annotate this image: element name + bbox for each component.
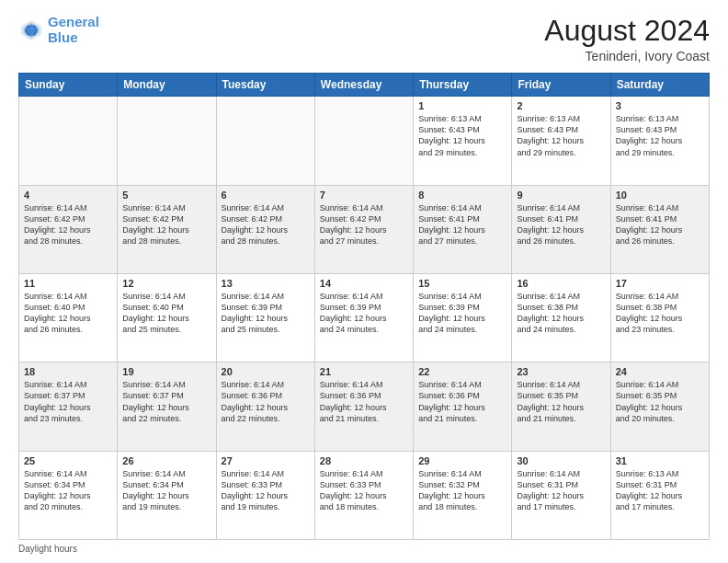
day-info: Sunrise: 6:14 AM Sunset: 6:37 PM Dayligh… (122, 379, 210, 424)
day-info: Sunrise: 6:13 AM Sunset: 6:43 PM Dayligh… (517, 113, 605, 158)
day-number: 6 (222, 190, 310, 201)
calendar-cell: 18Sunrise: 6:14 AM Sunset: 6:37 PM Dayli… (19, 362, 118, 451)
calendar-week-4: 18Sunrise: 6:14 AM Sunset: 6:37 PM Dayli… (19, 362, 710, 451)
calendar-cell: 25Sunrise: 6:14 AM Sunset: 6:34 PM Dayli… (19, 451, 118, 539)
calendar-cell: 12Sunrise: 6:14 AM Sunset: 6:40 PM Dayli… (118, 273, 216, 362)
header-day-sunday: Sunday (19, 74, 118, 97)
calendar-week-3: 11Sunrise: 6:14 AM Sunset: 6:40 PM Dayli… (19, 273, 710, 362)
calendar-cell: 10Sunrise: 6:14 AM Sunset: 6:41 PM Dayli… (610, 185, 709, 273)
day-info: Sunrise: 6:14 AM Sunset: 6:42 PM Dayligh… (122, 202, 210, 247)
day-info: Sunrise: 6:14 AM Sunset: 6:35 PM Dayligh… (616, 379, 704, 424)
day-number: 15 (418, 278, 506, 289)
calendar-cell: 13Sunrise: 6:14 AM Sunset: 6:39 PM Dayli… (216, 273, 314, 362)
day-info: Sunrise: 6:14 AM Sunset: 6:42 PM Dayligh… (222, 202, 310, 247)
day-number: 9 (517, 190, 605, 201)
header-day-tuesday: Tuesday (216, 74, 314, 97)
day-number: 3 (616, 100, 704, 111)
day-number: 19 (122, 366, 210, 377)
page: General Blue August 2024 Teninderi, Ivor… (0, 0, 728, 563)
day-info: Sunrise: 6:13 AM Sunset: 6:43 PM Dayligh… (616, 113, 704, 158)
day-number: 20 (222, 366, 310, 377)
calendar-cell: 20Sunrise: 6:14 AM Sunset: 6:36 PM Dayli… (216, 362, 314, 451)
calendar-cell: 15Sunrise: 6:14 AM Sunset: 6:39 PM Dayli… (414, 273, 512, 362)
calendar-header-row: SundayMondayTuesdayWednesdayThursdayFrid… (19, 74, 710, 97)
day-number: 1 (418, 100, 506, 111)
day-number: 10 (616, 190, 704, 201)
day-number: 7 (320, 190, 408, 201)
day-info: Sunrise: 6:14 AM Sunset: 6:42 PM Dayligh… (24, 202, 112, 247)
header-day-wednesday: Wednesday (314, 74, 413, 97)
calendar-cell: 8Sunrise: 6:14 AM Sunset: 6:41 PM Daylig… (414, 185, 512, 273)
calendar-cell: 28Sunrise: 6:14 AM Sunset: 6:33 PM Dayli… (314, 451, 413, 539)
calendar-cell (314, 97, 413, 185)
logo: General Blue (18, 15, 99, 45)
day-number: 18 (24, 366, 112, 377)
day-info: Sunrise: 6:14 AM Sunset: 6:39 PM Dayligh… (320, 291, 408, 336)
calendar-cell: 29Sunrise: 6:14 AM Sunset: 6:32 PM Dayli… (414, 451, 512, 539)
logo-text: General Blue (48, 15, 99, 45)
calendar-cell: 9Sunrise: 6:14 AM Sunset: 6:41 PM Daylig… (512, 185, 610, 273)
day-info: Sunrise: 6:14 AM Sunset: 6:41 PM Dayligh… (616, 202, 704, 247)
logo-blue: Blue (48, 29, 78, 45)
footer-note: Daylight hours (18, 544, 710, 554)
day-number: 12 (122, 278, 210, 289)
calendar-cell: 7Sunrise: 6:14 AM Sunset: 6:42 PM Daylig… (314, 185, 413, 273)
day-info: Sunrise: 6:14 AM Sunset: 6:34 PM Dayligh… (122, 468, 210, 513)
header: General Blue August 2024 Teninderi, Ivor… (18, 15, 710, 63)
title-block: August 2024 Teninderi, Ivory Coast (544, 15, 710, 63)
day-info: Sunrise: 6:14 AM Sunset: 6:36 PM Dayligh… (418, 379, 506, 424)
calendar-cell (118, 97, 216, 185)
day-info: Sunrise: 6:14 AM Sunset: 6:42 PM Dayligh… (320, 202, 408, 247)
day-number: 4 (24, 190, 112, 201)
day-info: Sunrise: 6:14 AM Sunset: 6:36 PM Dayligh… (222, 379, 310, 424)
day-number: 29 (418, 455, 506, 466)
day-info: Sunrise: 6:14 AM Sunset: 6:31 PM Dayligh… (517, 468, 605, 513)
calendar-cell: 21Sunrise: 6:14 AM Sunset: 6:36 PM Dayli… (314, 362, 413, 451)
calendar-cell: 16Sunrise: 6:14 AM Sunset: 6:38 PM Dayli… (512, 273, 610, 362)
day-number: 23 (517, 366, 605, 377)
day-info: Sunrise: 6:14 AM Sunset: 6:38 PM Dayligh… (517, 291, 605, 336)
calendar-cell: 19Sunrise: 6:14 AM Sunset: 6:37 PM Dayli… (118, 362, 216, 451)
day-number: 16 (517, 278, 605, 289)
day-info: Sunrise: 6:13 AM Sunset: 6:43 PM Dayligh… (418, 113, 506, 158)
calendar-cell: 4Sunrise: 6:14 AM Sunset: 6:42 PM Daylig… (19, 185, 118, 273)
day-info: Sunrise: 6:14 AM Sunset: 6:37 PM Dayligh… (24, 379, 112, 424)
day-info: Sunrise: 6:14 AM Sunset: 6:39 PM Dayligh… (418, 291, 506, 336)
header-day-friday: Friday (512, 74, 610, 97)
calendar-cell: 2Sunrise: 6:13 AM Sunset: 6:43 PM Daylig… (512, 97, 610, 185)
day-info: Sunrise: 6:14 AM Sunset: 6:41 PM Dayligh… (418, 202, 506, 247)
day-number: 21 (320, 366, 408, 377)
day-info: Sunrise: 6:14 AM Sunset: 6:35 PM Dayligh… (517, 379, 605, 424)
calendar-cell: 14Sunrise: 6:14 AM Sunset: 6:39 PM Dayli… (314, 273, 413, 362)
calendar-cell: 23Sunrise: 6:14 AM Sunset: 6:35 PM Dayli… (512, 362, 610, 451)
day-info: Sunrise: 6:14 AM Sunset: 6:33 PM Dayligh… (222, 468, 310, 513)
day-number: 13 (222, 278, 310, 289)
subtitle: Teninderi, Ivory Coast (544, 49, 710, 63)
day-info: Sunrise: 6:14 AM Sunset: 6:33 PM Dayligh… (320, 468, 408, 513)
calendar-table: SundayMondayTuesdayWednesdayThursdayFrid… (18, 73, 710, 540)
day-number: 26 (122, 455, 210, 466)
day-number: 25 (24, 455, 112, 466)
calendar-cell: 17Sunrise: 6:14 AM Sunset: 6:38 PM Dayli… (610, 273, 709, 362)
calendar-cell: 5Sunrise: 6:14 AM Sunset: 6:42 PM Daylig… (118, 185, 216, 273)
calendar-cell (216, 97, 314, 185)
day-number: 17 (616, 278, 704, 289)
logo-general: General (48, 14, 99, 29)
day-number: 5 (122, 190, 210, 201)
day-number: 22 (418, 366, 506, 377)
calendar-week-1: 1Sunrise: 6:13 AM Sunset: 6:43 PM Daylig… (19, 97, 710, 185)
day-number: 31 (616, 455, 704, 466)
day-info: Sunrise: 6:14 AM Sunset: 6:36 PM Dayligh… (320, 379, 408, 424)
header-day-monday: Monday (118, 74, 216, 97)
day-number: 28 (320, 455, 408, 466)
main-title: August 2024 (544, 15, 710, 47)
calendar-cell: 26Sunrise: 6:14 AM Sunset: 6:34 PM Dayli… (118, 451, 216, 539)
header-day-thursday: Thursday (414, 74, 512, 97)
day-number: 30 (517, 455, 605, 466)
calendar-week-5: 25Sunrise: 6:14 AM Sunset: 6:34 PM Dayli… (19, 451, 710, 539)
calendar-cell: 6Sunrise: 6:14 AM Sunset: 6:42 PM Daylig… (216, 185, 314, 273)
day-number: 2 (517, 100, 605, 111)
day-info: Sunrise: 6:14 AM Sunset: 6:34 PM Dayligh… (24, 468, 112, 513)
day-info: Sunrise: 6:14 AM Sunset: 6:40 PM Dayligh… (122, 291, 210, 336)
header-day-saturday: Saturday (610, 74, 709, 97)
